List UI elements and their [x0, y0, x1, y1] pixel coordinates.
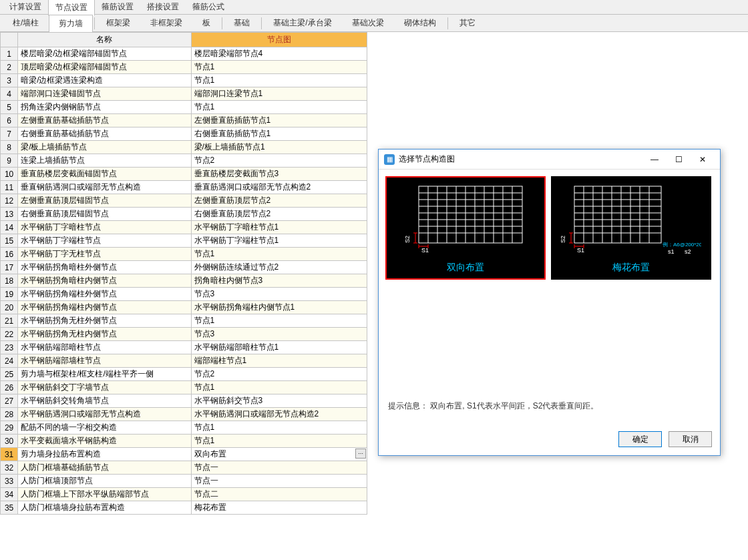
- cell-node[interactable]: 节点一: [191, 461, 367, 475]
- cell-node[interactable]: 垂直筋遇洞口或端部无节点构造2: [191, 181, 367, 194]
- table-row[interactable]: 10垂直筋楼层变截面锚固节点垂直筋楼层变截面节点3: [1, 168, 367, 181]
- table-row[interactable]: 35人防门框墙墙身拉筋布置构造梅花布置: [1, 501, 367, 515]
- top-tab-4[interactable]: 箍筋公式: [186, 0, 231, 15]
- cell-name[interactable]: 水平钢筋丁字无柱节点: [18, 248, 191, 261]
- option-plum[interactable]: S1 S2 例：A6@200*200 s1 s2 梅花布置: [551, 176, 711, 280]
- dialog-titlebar[interactable]: ▦ 选择节点构造图 — ☐ ✕: [379, 150, 720, 170]
- table-row[interactable]: 7右侧垂直筋基础插筋节点右侧垂直筋插筋节点1: [1, 127, 367, 141]
- top-tab-1[interactable]: 节点设置: [48, 0, 95, 16]
- cell-node[interactable]: 节点1: [191, 314, 367, 328]
- cell-node[interactable]: 水平钢筋遇洞口或端部无节点构造2: [191, 408, 367, 421]
- cell-node[interactable]: 左侧垂直筋插筋节点1: [191, 114, 367, 127]
- cell-node[interactable]: 节点1: [191, 101, 367, 114]
- table-row[interactable]: 11垂直钢筋遇洞口或端部无节点构造垂直筋遇洞口或端部无节点构造2: [1, 181, 367, 194]
- cancel-button[interactable]: 取消: [669, 431, 712, 447]
- cell-node[interactable]: 端部洞口连梁节点1: [191, 87, 367, 101]
- cell-node[interactable]: 垂直筋楼层变截面节点3: [191, 168, 367, 181]
- cell-name[interactable]: 配筋不同的墙一字相交构造: [18, 421, 191, 435]
- table-row[interactable]: 29配筋不同的墙一字相交构造节点1: [1, 421, 367, 435]
- cell-name[interactable]: 水平钢筋拐角无柱外侧节点: [18, 314, 191, 328]
- cell-node[interactable]: 梅花布置: [191, 501, 367, 515]
- table-row[interactable]: 31剪力墙身拉筋布置构造双向布置⋯: [1, 448, 367, 461]
- table-row[interactable]: 30水平变截面墙水平钢筋构造节点1: [1, 435, 367, 448]
- cell-node[interactable]: 节点3: [191, 288, 367, 301]
- cell-name[interactable]: 连梁上墙插筋节点: [18, 154, 191, 168]
- table-row[interactable]: 2顶层暗梁/边框梁端部锚固节点节点1: [1, 61, 367, 74]
- top-tab-2[interactable]: 箍筋设置: [95, 0, 140, 15]
- sub-tab-3[interactable]: 非框架梁: [140, 14, 192, 32]
- cell-node[interactable]: 水平钢筋斜交节点3: [191, 394, 367, 408]
- col-name-header[interactable]: 名称: [18, 33, 191, 47]
- sub-tab-9[interactable]: 其它: [449, 14, 486, 32]
- table-row[interactable]: 16水平钢筋丁字无柱节点节点1: [1, 248, 367, 261]
- sub-tab-4[interactable]: 板: [192, 14, 220, 32]
- cell-name[interactable]: 水平钢筋拐角端柱外侧节点: [18, 288, 191, 301]
- cell-node[interactable]: 水平钢筋端部暗柱节点1: [191, 341, 367, 354]
- cell-name[interactable]: 人防门框墙基础插筋节点: [18, 461, 191, 475]
- sub-tab-7[interactable]: 基础次梁: [342, 14, 394, 32]
- cell-node[interactable]: 梁/板上墙插筋节点1: [191, 141, 367, 154]
- cell-name[interactable]: 水平钢筋丁字暗柱节点: [18, 221, 191, 234]
- cell-node[interactable]: 节点1: [191, 421, 367, 435]
- top-tab-0[interactable]: 计算设置: [3, 0, 48, 15]
- cell-name[interactable]: 左侧垂直筋顶层锚固节点: [18, 194, 191, 208]
- cell-node[interactable]: 节点二: [191, 488, 367, 501]
- cell-name[interactable]: 剪力墙与框架柱/框支柱/端柱平齐一侧: [18, 368, 191, 381]
- cell-node[interactable]: 右侧垂直筋插筋节点1: [191, 127, 367, 141]
- cell-name[interactable]: 右侧垂直筋基础插筋节点: [18, 127, 191, 141]
- table-row[interactable]: 34人防门框墙上下部水平纵筋端部节点节点二: [1, 488, 367, 501]
- cell-name[interactable]: 拐角连梁内侧钢筋节点: [18, 101, 191, 114]
- cell-node[interactable]: 节点1: [191, 248, 367, 261]
- table-row[interactable]: 14水平钢筋丁字暗柱节点水平钢筋丁字暗柱节点1: [1, 221, 367, 234]
- table-row[interactable]: 20水平钢筋拐角端柱内侧节点水平钢筋拐角端柱内侧节点1: [1, 301, 367, 314]
- cell-node[interactable]: 双向布置⋯: [191, 448, 367, 461]
- cell-node[interactable]: 右侧垂直筋顶层节点2: [191, 208, 367, 221]
- table-row[interactable]: 8梁/板上墙插筋节点梁/板上墙插筋节点1: [1, 141, 367, 154]
- cell-node[interactable]: 端部端柱节点1: [191, 354, 367, 368]
- cell-node[interactable]: 节点1: [191, 381, 367, 394]
- table-row[interactable]: 22水平钢筋拐角无柱内侧节点节点3: [1, 328, 367, 341]
- cell-name[interactable]: 水平钢筋斜交丁字墙节点: [18, 381, 191, 394]
- table-row[interactable]: 21水平钢筋拐角无柱外侧节点节点1: [1, 314, 367, 328]
- cell-name[interactable]: 水平钢筋遇洞口或端部无节点构造: [18, 408, 191, 421]
- cell-node[interactable]: 外侧钢筋连续通过节点2: [191, 261, 367, 274]
- cell-name[interactable]: 右侧垂直筋顶层锚固节点: [18, 208, 191, 221]
- cell-name[interactable]: 水平钢筋端部墙柱节点: [18, 354, 191, 368]
- cell-name[interactable]: 顶层暗梁/边框梁端部锚固节点: [18, 61, 191, 74]
- cell-name[interactable]: 剪力墙身拉筋布置构造: [18, 448, 191, 461]
- cell-name[interactable]: 垂直钢筋遇洞口或端部无节点构造: [18, 181, 191, 194]
- cell-name[interactable]: 水平钢筋丁字端柱节点: [18, 234, 191, 248]
- cell-name[interactable]: 人防门框墙墙身拉筋布置构造: [18, 501, 191, 515]
- table-row[interactable]: 27水平钢筋斜交转角墙节点水平钢筋斜交节点3: [1, 394, 367, 408]
- sub-tab-8[interactable]: 砌体结构: [394, 14, 446, 32]
- cell-node[interactable]: 节点2: [191, 368, 367, 381]
- table-row[interactable]: 3暗梁/边框梁遇连梁构造节点1: [1, 74, 367, 87]
- close-button[interactable]: ✕: [691, 150, 715, 169]
- table-row[interactable]: 9连梁上墙插筋节点节点2: [1, 154, 367, 168]
- cell-name[interactable]: 水平钢筋拐角暗柱外侧节点: [18, 261, 191, 274]
- table-row[interactable]: 28水平钢筋遇洞口或端部无节点构造水平钢筋遇洞口或端部无节点构造2: [1, 408, 367, 421]
- cell-name[interactable]: 水平钢筋拐角端柱内侧节点: [18, 301, 191, 314]
- table-row[interactable]: 24水平钢筋端部墙柱节点端部端柱节点1: [1, 354, 367, 368]
- table-row[interactable]: 4端部洞口连梁锚固节点端部洞口连梁节点1: [1, 87, 367, 101]
- cell-name[interactable]: 暗梁/边框梁遇连梁构造: [18, 74, 191, 87]
- cell-name[interactable]: 水平钢筋端部暗柱节点: [18, 341, 191, 354]
- cell-name[interactable]: 水平钢筋斜交转角墙节点: [18, 394, 191, 408]
- table-row[interactable]: 26水平钢筋斜交丁字墙节点节点1: [1, 381, 367, 394]
- cell-node[interactable]: 节点一: [191, 475, 367, 488]
- cell-name[interactable]: 垂直筋楼层变截面锚固节点: [18, 168, 191, 181]
- cell-dropdown-button[interactable]: ⋯: [355, 449, 366, 459]
- table-row[interactable]: 32人防门框墙基础插筋节点节点一: [1, 461, 367, 475]
- table-row[interactable]: 5拐角连梁内侧钢筋节点节点1: [1, 101, 367, 114]
- cell-name[interactable]: 楼层暗梁/边框梁端部锚固节点: [18, 47, 191, 61]
- sub-tab-1[interactable]: 剪力墙: [49, 15, 93, 33]
- table-row[interactable]: 15水平钢筋丁字端柱节点水平钢筋丁字端柱节点1: [1, 234, 367, 248]
- table-row[interactable]: 17水平钢筋拐角暗柱外侧节点外侧钢筋连续通过节点2: [1, 261, 367, 274]
- cell-node[interactable]: 节点3: [191, 328, 367, 341]
- cell-name[interactable]: 人防门框墙顶部节点: [18, 475, 191, 488]
- cell-name[interactable]: 水平钢筋拐角暗柱内侧节点: [18, 274, 191, 288]
- cell-node[interactable]: 楼层暗梁端部节点4: [191, 47, 367, 61]
- cell-name[interactable]: 左侧垂直筋基础插筋节点: [18, 114, 191, 127]
- cell-node[interactable]: 水平钢筋丁字端柱节点1: [191, 234, 367, 248]
- ok-button[interactable]: 确定: [618, 431, 662, 447]
